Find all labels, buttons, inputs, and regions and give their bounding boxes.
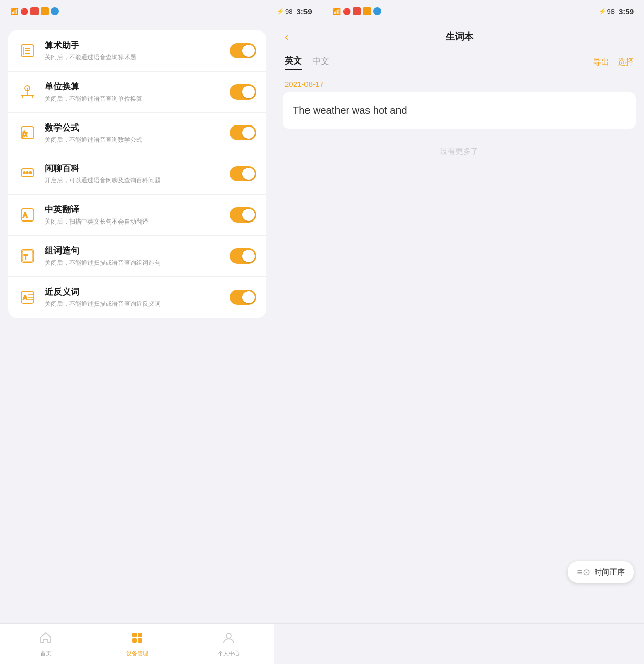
- formula-icon: fx: [18, 123, 37, 142]
- chat-desc: 开启后，可以通过语音闲聊及查询百科问题: [45, 176, 222, 185]
- arithmetic-icon: [18, 42, 37, 60]
- compose-toggle[interactable]: [230, 248, 256, 264]
- settings-card: 算术助手 关闭后，不能通过语音查询算术题 单位换算: [8, 30, 266, 318]
- tabs-actions: 导出 选择: [593, 57, 634, 68]
- svg-text:fx: fx: [22, 130, 28, 138]
- wifi-icon: 🔴: [20, 8, 28, 15]
- status-bar-row: 📶 🔴 ⚡ 98 3:59 📶 🔴 ⚡ 98 3:59: [0, 0, 644, 22]
- word-card-text: The weather was hot and: [293, 105, 626, 116]
- unit-toggle[interactable]: [230, 84, 256, 100]
- app-icon-r1: [353, 7, 361, 15]
- antonym-title: 近反义词: [45, 286, 222, 298]
- translate-title: 中英翻译: [45, 204, 222, 215]
- nav-label-profile: 个人中心: [218, 650, 240, 657]
- nav-item-device[interactable]: 设备管理: [91, 624, 183, 664]
- svg-point-15: [29, 172, 32, 174]
- time-order-button[interactable]: ≡⊙ 时间正序: [568, 561, 634, 583]
- setting-antonym: A 近反义词 关闭后，不能通过扫描或语音查询近反义词: [8, 277, 266, 318]
- app-icon-r2: [363, 7, 371, 15]
- svg-text:A: A: [23, 294, 28, 301]
- formula-desc: 关闭后，不能通过语音查询数学公式: [45, 136, 222, 144]
- antonym-text: 近反义词 关闭后，不能通过扫描或语音查询近反义词: [45, 286, 222, 308]
- nav-item-profile[interactable]: 个人中心: [183, 624, 274, 664]
- main-content: 算术助手 关闭后，不能通过语音查询算术题 单位换算: [0, 22, 644, 623]
- setting-translate: A 中英翻译 关闭后，扫描中英文长句不会自动翻译: [8, 195, 266, 236]
- date-label: 2021-08-17: [283, 74, 636, 92]
- profile-icon: [222, 631, 235, 648]
- formula-toggle[interactable]: [230, 125, 256, 140]
- battery-percent-left: 98: [285, 8, 292, 15]
- setting-formula: fx 数学公式 关闭后，不能通过语音查询数学公式: [8, 113, 266, 154]
- left-panel: 算术助手 关闭后，不能通过语音查询算术题 单位换算: [0, 22, 274, 623]
- svg-text:A: A: [23, 211, 28, 219]
- export-button[interactable]: 导出: [593, 57, 609, 68]
- right-content-wrapper: 2021-08-17 The weather was hot and 没有更多了…: [274, 74, 644, 623]
- arithmetic-title: 算术助手: [45, 40, 222, 51]
- unit-desc: 关闭后，不能通过语音查询单位换算: [45, 94, 222, 103]
- svg-text:T: T: [24, 254, 28, 261]
- signal-strength-icon: 📶: [10, 8, 18, 15]
- translate-text: 中英翻译 关闭后，扫描中英文长句不会自动翻译: [45, 204, 222, 226]
- tab-english[interactable]: 英文: [285, 55, 302, 70]
- battery-icon: ⚡: [277, 8, 284, 15]
- app-icon-1: [30, 7, 39, 15]
- svg-rect-28: [132, 638, 137, 643]
- translate-toggle[interactable]: [230, 207, 256, 223]
- antonym-desc: 关闭后，不能通过扫描或语音查询近反义词: [45, 300, 222, 308]
- unit-title: 单位换算: [45, 81, 222, 92]
- status-bar-right: 📶 🔴 ⚡ 98 3:59: [322, 0, 645, 22]
- bottom-nav-right: [274, 624, 644, 664]
- formula-title: 数学公式: [45, 122, 222, 134]
- bottom-nav: 首页 设备管理 个人中心: [0, 623, 644, 664]
- nav-label-home: 首页: [40, 650, 51, 657]
- setting-unit: 单位换算 关闭后，不能通过语音查询单位换算: [8, 72, 266, 113]
- unit-text: 单位换算 关闭后，不能通过语音查询单位换算: [45, 81, 222, 103]
- right-battery: ⚡ 98 3:59: [599, 7, 634, 16]
- translate-desc: 关闭后，扫描中英文长句不会自动翻译: [45, 217, 222, 226]
- wifi-icon-r: 🔴: [343, 8, 351, 15]
- word-list-area[interactable]: 2021-08-17 The weather was hot and 没有更多了: [274, 74, 644, 623]
- left-status-icons: 📶 🔴: [10, 7, 59, 15]
- setting-arithmetic: 算术助手 关闭后，不能通过语音查询算术题: [8, 30, 266, 72]
- time-left: 3:59: [296, 7, 312, 16]
- nav-item-home[interactable]: 首页: [0, 624, 91, 664]
- setting-chat: 闲聊百科 开启后，可以通过语音闲聊及查询百科问题: [8, 153, 266, 195]
- time-right: 3:59: [619, 7, 634, 16]
- device-icon: [131, 631, 144, 648]
- antonym-toggle[interactable]: [230, 290, 256, 305]
- unit-svg: [20, 84, 35, 100]
- select-button[interactable]: 选择: [618, 57, 634, 68]
- time-order-icon: ≡⊙: [577, 566, 590, 578]
- antonym-icon: A: [18, 288, 37, 306]
- translate-svg: A: [20, 207, 35, 223]
- nav-label-device: 设备管理: [126, 650, 148, 657]
- battery-percent-right: 98: [607, 8, 615, 15]
- formula-text: 数学公式 关闭后，不能通过语音查询数学公式: [45, 122, 222, 144]
- page-title: 生词本: [446, 30, 473, 43]
- arithmetic-toggle[interactable]: [230, 43, 256, 58]
- right-status-icons: 📶 🔴: [332, 7, 381, 15]
- tab-chinese[interactable]: 中文: [312, 55, 329, 69]
- arithmetic-desc: 关闭后，不能通过语音查询算术题: [45, 53, 222, 62]
- arithmetic-svg: [20, 43, 35, 58]
- bottom-nav-left: 首页 设备管理 个人中心: [0, 624, 274, 664]
- back-button[interactable]: ‹: [285, 30, 289, 43]
- antonym-svg: A: [20, 290, 35, 305]
- app-icon-2: [41, 7, 49, 15]
- right-header: ‹ 生词本: [274, 22, 644, 51]
- setting-compose: T 组词造句 关闭后，不能通过扫描或语音查询组词造句: [8, 236, 266, 277]
- translate-icon: A: [18, 206, 37, 224]
- signal-strength-icon-r: 📶: [332, 8, 341, 15]
- chat-toggle[interactable]: [230, 166, 256, 181]
- app-icon-r3: [373, 7, 381, 15]
- word-card: The weather was hot and: [283, 92, 636, 129]
- compose-desc: 关闭后，不能通过扫描或语音查询组词造句: [45, 259, 222, 267]
- app-icon-3: [51, 7, 59, 15]
- left-battery: ⚡ 98 3:59: [277, 7, 312, 16]
- arithmetic-text: 算术助手 关闭后，不能通过语音查询算术题: [45, 40, 222, 62]
- svg-rect-29: [138, 638, 142, 643]
- svg-point-14: [26, 172, 28, 174]
- home-icon: [39, 631, 52, 648]
- svg-rect-26: [132, 633, 137, 637]
- chat-svg: [20, 166, 35, 181]
